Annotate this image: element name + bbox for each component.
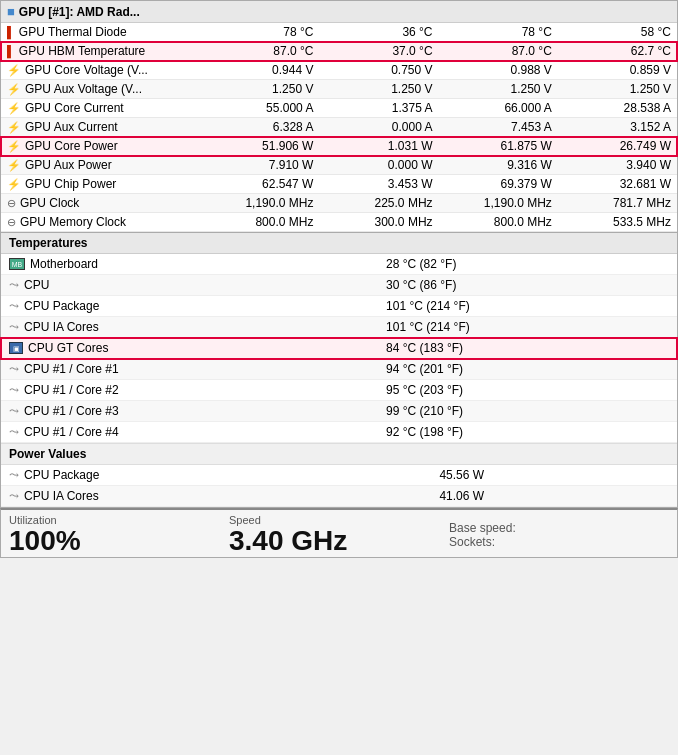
gpu-row-avg: 1.250 V bbox=[558, 80, 677, 99]
temp-row-label: ⤳CPU Package bbox=[1, 296, 378, 317]
utilization-col: Utilization 100% bbox=[9, 514, 229, 557]
gpu-row-avg: 781.7 MHz bbox=[558, 194, 677, 213]
gpu-row-avg: 58 °C bbox=[558, 23, 677, 42]
bolt-icon: ⚡ bbox=[7, 102, 21, 115]
gpu-row-max: 87.0 °C bbox=[439, 42, 558, 61]
gpu-row-avg: 62.7 °C bbox=[558, 42, 677, 61]
temp-row-value: 101 °C (214 °F) bbox=[378, 296, 677, 317]
temperatures-header: Temperatures bbox=[1, 233, 677, 254]
power-row-label: ⤳CPU IA Cores bbox=[1, 486, 431, 507]
gpu-row-current: 0.944 V bbox=[200, 61, 319, 80]
cpu-icon: ⤳ bbox=[9, 468, 19, 482]
bolt-icon: ⚡ bbox=[7, 83, 21, 96]
gpu-row-label: ⚡GPU Core Current bbox=[1, 99, 200, 118]
temp-row-label: ⤳CPU #1 / Core #2 bbox=[1, 380, 378, 401]
gpu-row-current: 1.250 V bbox=[200, 80, 319, 99]
gpu-row-min: 1.375 A bbox=[319, 99, 438, 118]
gpu-row-min: 0.000 A bbox=[319, 118, 438, 137]
temp-row-label: MBMotherboard bbox=[1, 254, 378, 275]
gpu-row-current: 1,190.0 MHz bbox=[200, 194, 319, 213]
clock-icon: ⊖ bbox=[7, 197, 16, 210]
temp-row-value: 30 °C (86 °F) bbox=[378, 275, 677, 296]
main-container: ■ GPU [#1]: AMD Rad... ▌GPU Thermal Diod… bbox=[0, 0, 678, 558]
power-header: Power Values bbox=[1, 443, 677, 465]
gpu-table: ▌GPU Thermal Diode 78 °C 36 °C 78 °C 58 … bbox=[1, 23, 677, 232]
gpu-row-avg: 0.859 V bbox=[558, 61, 677, 80]
gpu-section-header: ■ GPU [#1]: AMD Rad... bbox=[1, 1, 677, 23]
temp-row-label: ⤳CPU #1 / Core #4 bbox=[1, 422, 378, 443]
gpu-header-icon: ■ bbox=[7, 4, 15, 19]
temp-table: MBMotherboard 28 °C (82 °F) ⤳CPU 30 °C (… bbox=[1, 254, 677, 443]
temp-row-label: ⤳CPU #1 / Core #1 bbox=[1, 359, 378, 380]
speed-col: Speed 3.40 GHz bbox=[229, 514, 449, 557]
gpu-row-label: ⊖GPU Memory Clock bbox=[1, 213, 200, 232]
bolt-icon: ⚡ bbox=[7, 121, 21, 134]
gpu-row-label: ⚡GPU Core Power bbox=[1, 137, 200, 156]
gpu-row-avg: 533.5 MHz bbox=[558, 213, 677, 232]
gpu-row-min: 1.031 W bbox=[319, 137, 438, 156]
cpu-icon: ⤳ bbox=[9, 404, 19, 418]
cpu-icon: ⤳ bbox=[9, 425, 19, 439]
gpu-row-label: ⊖GPU Clock bbox=[1, 194, 200, 213]
gpu-row-label: ▌GPU HBM Temperature bbox=[1, 42, 200, 61]
gpu-row-label: ▌GPU Thermal Diode bbox=[1, 23, 200, 42]
gpu-row-max: 1,190.0 MHz bbox=[439, 194, 558, 213]
utilization-value: 100% bbox=[9, 526, 229, 557]
gpu-row-max: 7.453 A bbox=[439, 118, 558, 137]
gpu-row-max: 1.250 V bbox=[439, 80, 558, 99]
gpu-row-max: 800.0 MHz bbox=[439, 213, 558, 232]
gpu-row-min: 36 °C bbox=[319, 23, 438, 42]
bolt-icon: ⚡ bbox=[7, 140, 21, 153]
gpu-row-current: 7.910 W bbox=[200, 156, 319, 175]
lower-section: Temperatures MBMotherboard 28 °C (82 °F)… bbox=[0, 233, 678, 508]
gpu-row-avg: 32.681 W bbox=[558, 175, 677, 194]
temp-row-label: ⤳CPU IA Cores bbox=[1, 317, 378, 338]
cpu-icon: ⤳ bbox=[9, 489, 19, 503]
gpu-row-min: 37.0 °C bbox=[319, 42, 438, 61]
gpu-row-avg: 26.749 W bbox=[558, 137, 677, 156]
gpu-section: ■ GPU [#1]: AMD Rad... ▌GPU Thermal Diod… bbox=[0, 0, 678, 233]
gpu-row-min: 0.750 V bbox=[319, 61, 438, 80]
gpu-row-min: 300.0 MHz bbox=[319, 213, 438, 232]
temp-row-label: ▣CPU GT Cores bbox=[1, 338, 378, 359]
temp-row-value: 95 °C (203 °F) bbox=[378, 380, 677, 401]
temp-row-label: ⤳CPU #1 / Core #3 bbox=[1, 401, 378, 422]
gpu-row-current: 51.906 W bbox=[200, 137, 319, 156]
cpu-icon: ⤳ bbox=[9, 278, 19, 292]
temp-row-value: 84 °C (183 °F) bbox=[378, 338, 677, 359]
gt-icon: ▣ bbox=[9, 342, 23, 354]
cpu-icon: ⤳ bbox=[9, 320, 19, 334]
thermal-icon: ▌ bbox=[7, 45, 15, 57]
gpu-row-current: 62.547 W bbox=[200, 175, 319, 194]
cpu-icon: ⤳ bbox=[9, 299, 19, 313]
gpu-row-min: 0.000 W bbox=[319, 156, 438, 175]
gpu-row-min: 1.250 V bbox=[319, 80, 438, 99]
gpu-row-max: 66.000 A bbox=[439, 99, 558, 118]
gpu-row-min: 225.0 MHz bbox=[319, 194, 438, 213]
bolt-icon: ⚡ bbox=[7, 159, 21, 172]
temp-row-value: 101 °C (214 °F) bbox=[378, 317, 677, 338]
gpu-row-current: 6.328 A bbox=[200, 118, 319, 137]
gpu-header-title: GPU [#1]: AMD Rad... bbox=[19, 5, 140, 19]
cpu-icon: ⤳ bbox=[9, 383, 19, 397]
gpu-row-min: 3.453 W bbox=[319, 175, 438, 194]
bolt-icon: ⚡ bbox=[7, 64, 21, 77]
temp-row-label: ⤳CPU bbox=[1, 275, 378, 296]
status-bar: Utilization 100% Speed 3.40 GHz Base spe… bbox=[0, 508, 678, 558]
gpu-row-current: 87.0 °C bbox=[200, 42, 319, 61]
base-speed-label: Base speed: bbox=[449, 521, 669, 535]
power-row-value: 41.06 W bbox=[431, 486, 677, 507]
gpu-row-max: 61.875 W bbox=[439, 137, 558, 156]
gpu-row-avg: 3.940 W bbox=[558, 156, 677, 175]
speed-value: 3.40 GHz bbox=[229, 526, 449, 557]
temp-row-value: 28 °C (82 °F) bbox=[378, 254, 677, 275]
gpu-row-label: ⚡GPU Aux Power bbox=[1, 156, 200, 175]
sockets-label: Sockets: bbox=[449, 535, 669, 549]
gpu-row-current: 55.000 A bbox=[200, 99, 319, 118]
gpu-row-current: 800.0 MHz bbox=[200, 213, 319, 232]
power-row-label: ⤳CPU Package bbox=[1, 465, 431, 486]
thermal-icon: ▌ bbox=[7, 26, 15, 38]
gpu-row-current: 78 °C bbox=[200, 23, 319, 42]
temp-row-value: 99 °C (210 °F) bbox=[378, 401, 677, 422]
gpu-row-avg: 28.538 A bbox=[558, 99, 677, 118]
